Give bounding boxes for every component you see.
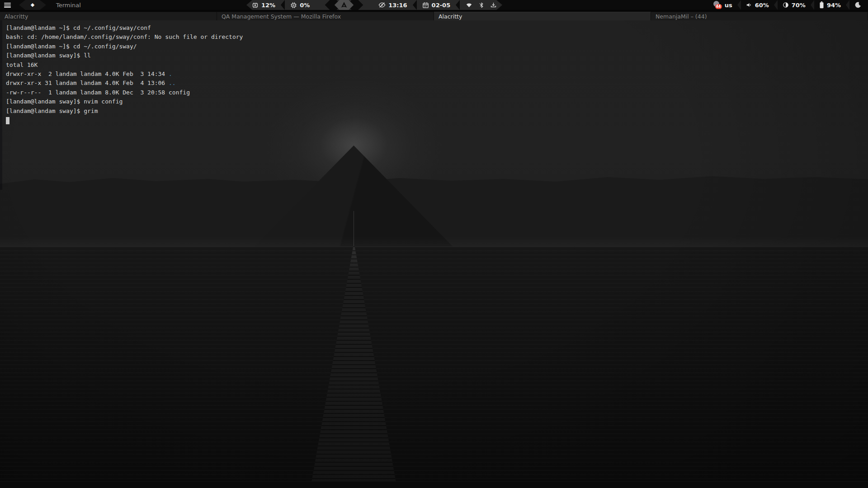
- memory-module[interactable]: 12%: [246, 0, 281, 10]
- notification-count-badge: 44: [715, 4, 722, 9]
- connectivity-module[interactable]: [460, 0, 502, 10]
- memory-icon: [252, 2, 259, 9]
- cpu-icon: [290, 2, 297, 9]
- brightness-module[interactable]: 70%: [778, 0, 811, 10]
- tab-bar: AlacrittyQA Management System — Mozilla …: [0, 12, 868, 20]
- battery-value: 94%: [827, 2, 841, 9]
- launcher-module[interactable]: [315, 0, 373, 10]
- volume-module[interactable]: 60%: [741, 0, 774, 10]
- separator: [846, 0, 849, 10]
- tab-1[interactable]: QA Management System — Mozilla Firefox: [217, 12, 434, 20]
- cpu-value: 0%: [300, 2, 310, 9]
- notification-icon: 44: [713, 1, 722, 9]
- terminal-line: [landam@landam ~]$ cd ~/.config/sway/con…: [6, 23, 243, 33]
- arch-logo-icon: [340, 1, 348, 9]
- battery-icon: [819, 1, 824, 9]
- terminal-line: [landam@landam sway]$ ll: [6, 51, 243, 60]
- terminal-output: [landam@landam ~]$ cd ~/.config/sway/con…: [6, 23, 243, 125]
- eye-slash-icon: [378, 1, 386, 9]
- night-mode-module[interactable]: [849, 0, 868, 10]
- separator: [456, 0, 460, 10]
- tab-title: QA Management System — Mozilla Firefox: [222, 13, 341, 20]
- cpu-module[interactable]: 0%: [285, 0, 315, 10]
- terminal-line: drwxr-xr-x 31 landam landam 4.0K Feb 4 1…: [6, 79, 243, 88]
- terminal-line: [landam@landam sway]$ nvim config: [6, 97, 243, 106]
- separator: [774, 0, 778, 10]
- brightness-value: 70%: [792, 2, 806, 9]
- workspace-button[interactable]: ◆: [19, 0, 46, 10]
- idle-time-module[interactable]: 13:16: [373, 0, 412, 10]
- menu-icon[interactable]: [4, 3, 11, 8]
- date-value: 02-05: [432, 2, 451, 9]
- terminal-line: [landam@landam ~]$ cd ~/.config/sway/: [6, 42, 243, 51]
- date-module[interactable]: 02-05: [417, 0, 456, 10]
- focused-window-title: Terminal: [56, 2, 81, 9]
- separator: [281, 0, 285, 10]
- separator: [811, 0, 814, 10]
- workspace-diamond-icon: ◆: [31, 0, 34, 10]
- volume-value: 60%: [755, 2, 769, 9]
- tab-0[interactable]: Alacritty: [0, 12, 217, 20]
- keyboard-layout: us: [725, 2, 732, 9]
- terminal-line: -rw-r--r-- 1 landam landam 8.0K Dec 3 20…: [6, 88, 243, 97]
- separator: [737, 0, 741, 10]
- terminal-line: drwxr-xr-x 2 landam landam 4.0K Feb 3 14…: [6, 70, 243, 79]
- wifi-icon: [465, 2, 473, 9]
- tab-2[interactable]: Alacritty: [434, 12, 651, 20]
- desktop-bottom-strip: [0, 481, 868, 488]
- terminal-line: total 16K: [6, 61, 243, 70]
- calendar-icon: [422, 2, 429, 9]
- moon-icon: [854, 1, 862, 9]
- notification-module[interactable]: 44 us: [708, 0, 737, 10]
- download-icon: [490, 2, 497, 9]
- terminal-line: [landam@landam sway]$ grim: [6, 107, 243, 116]
- status-bar: ◆ Terminal 12% 0%: [0, 0, 868, 10]
- memory-value: 12%: [261, 2, 275, 9]
- tab-title: NemanjaMil – (44): [656, 13, 707, 20]
- status-bar-right: 44 us 60% 70%: [708, 0, 868, 10]
- separator: [413, 0, 417, 10]
- status-bar-left: ◆ Terminal: [0, 0, 81, 10]
- tab-title: Alacritty: [439, 13, 462, 20]
- terminal-cursor: [6, 117, 9, 124]
- terminal-window[interactable]: [landam@landam ~]$ cd ~/.config/sway/con…: [0, 20, 868, 481]
- terminal-cursor-line: [6, 116, 243, 125]
- brightness-icon: [783, 2, 789, 8]
- tab-title: Alacritty: [5, 13, 28, 20]
- terminal-line: bash: cd: /home/landam/.config/sway/conf…: [6, 33, 243, 42]
- status-bar-center: 12% 0%: [246, 0, 502, 10]
- left-edge-shade: [0, 20, 2, 190]
- battery-module[interactable]: 94%: [814, 0, 846, 10]
- tab-3[interactable]: NemanjaMil – (44): [651, 12, 868, 20]
- clock-value: 13:16: [388, 2, 407, 9]
- volume-icon: [746, 2, 752, 8]
- bluetooth-off-icon: [478, 2, 485, 9]
